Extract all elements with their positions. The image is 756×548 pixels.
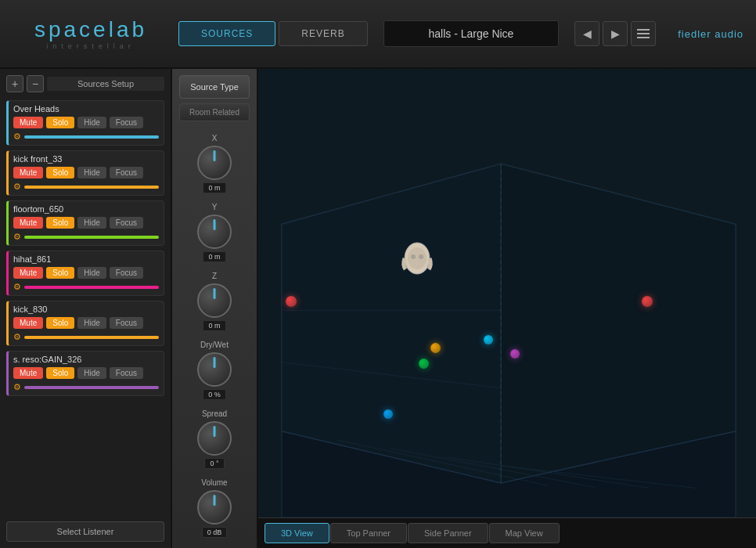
- dry-wet-knob[interactable]: [197, 352, 232, 387]
- volume-knob-section: Volume 0 dB: [172, 475, 257, 541]
- volume-label: Volume: [201, 478, 227, 487]
- source-dot-2[interactable]: [419, 359, 429, 369]
- source-dot-6[interactable]: [642, 296, 653, 307]
- source-fader[interactable]: [24, 386, 159, 389]
- listener-avatar: [398, 241, 437, 288]
- spread-knob[interactable]: [197, 421, 232, 456]
- brand-label: fiedler audio: [678, 28, 743, 40]
- right-panel: 3D View Top Panner Side Panner Map View: [258, 69, 756, 548]
- mute-button[interactable]: Mute: [13, 217, 43, 229]
- source-fader[interactable]: [24, 135, 159, 139]
- x-label: X: [212, 134, 218, 142]
- focus-button[interactable]: Focus: [110, 167, 143, 178]
- source-name: floortom_650: [13, 204, 159, 214]
- source-bottom: ⚙: [13, 232, 159, 242]
- volume-value: 0 dB: [202, 527, 228, 538]
- svg-point-14: [408, 247, 427, 269]
- mute-button[interactable]: Mute: [13, 317, 43, 329]
- prev-preset-button[interactable]: ◀: [574, 21, 599, 46]
- hide-button[interactable]: Hide: [77, 217, 106, 229]
- solo-button[interactable]: Solo: [46, 267, 74, 279]
- spread-label: Spread: [202, 409, 227, 418]
- top-panner-button[interactable]: Top Panner: [330, 523, 407, 543]
- source-dot-5[interactable]: [510, 349, 520, 359]
- mute-button[interactable]: Mute: [13, 367, 43, 379]
- gear-icon[interactable]: ⚙: [13, 132, 21, 142]
- source-dot-4[interactable]: [484, 335, 493, 344]
- source-bottom: ⚙: [13, 282, 159, 292]
- menu-button[interactable]: [631, 21, 656, 46]
- select-listener-button[interactable]: Select Listener: [6, 521, 164, 542]
- focus-button[interactable]: Focus: [110, 367, 143, 379]
- svg-point-15: [411, 254, 416, 259]
- z-value: 0 m: [203, 320, 225, 331]
- middle-panel: Source Type Room Related X 0 m Y 0 m Z 0…: [172, 69, 258, 548]
- focus-button[interactable]: Focus: [110, 267, 143, 279]
- source-dot-0[interactable]: [286, 296, 297, 307]
- source-bottom: ⚙: [13, 132, 159, 142]
- tab-sources[interactable]: SOURCES: [178, 21, 275, 46]
- source-fader[interactable]: [24, 286, 159, 289]
- solo-button[interactable]: Solo: [46, 117, 74, 128]
- source-controls: Mute Solo Hide Focus: [13, 117, 159, 128]
- source-controls: Mute Solo Hide Focus: [13, 317, 159, 329]
- dry-wet-label: Dry/Wet: [200, 341, 229, 349]
- source-dot-3[interactable]: [383, 409, 393, 419]
- remove-source-button[interactable]: −: [27, 75, 44, 92]
- x-knob[interactable]: [197, 146, 232, 180]
- add-source-button[interactable]: +: [6, 75, 23, 92]
- spread-knob-section: Spread 0 °: [172, 406, 257, 472]
- source-item: kick_830 Mute Solo Hide Focus ⚙: [6, 301, 164, 346]
- gear-icon[interactable]: ⚙: [13, 182, 21, 192]
- next-preset-button[interactable]: ▶: [603, 21, 628, 46]
- source-fader[interactable]: [24, 236, 159, 239]
- y-value: 0 m: [203, 251, 225, 262]
- z-knob[interactable]: [197, 283, 232, 318]
- room-svg: [258, 69, 756, 517]
- source-fader[interactable]: [24, 186, 159, 189]
- left-panel: + − Sources Setup Over Heads Mute Solo H…: [0, 69, 172, 548]
- hide-button[interactable]: Hide: [77, 317, 106, 329]
- volume-knob[interactable]: [197, 490, 232, 525]
- tab-reverb[interactable]: REVERB: [279, 21, 367, 46]
- gear-icon[interactable]: ⚙: [13, 282, 21, 292]
- y-knob[interactable]: [197, 215, 232, 249]
- source-dot-1[interactable]: [430, 343, 441, 353]
- hide-button[interactable]: Hide: [77, 367, 106, 379]
- view-controls: 3D View Top Panner Side Panner Map View: [258, 517, 756, 548]
- source-fader[interactable]: [24, 336, 159, 339]
- source-type-button[interactable]: Source Type: [179, 75, 250, 99]
- side-panner-button[interactable]: Side Panner: [408, 523, 488, 543]
- main-layout: + − Sources Setup Over Heads Mute Solo H…: [0, 69, 756, 548]
- mute-button[interactable]: Mute: [13, 167, 43, 178]
- hide-button[interactable]: Hide: [77, 117, 106, 128]
- focus-button[interactable]: Focus: [110, 117, 143, 128]
- preset-nav: ◀ ▶: [574, 21, 656, 46]
- solo-button[interactable]: Solo: [46, 167, 74, 178]
- gear-icon[interactable]: ⚙: [13, 232, 21, 242]
- nav-tabs: SOURCES REVERB: [178, 21, 368, 46]
- source-item: Over Heads Mute Solo Hide Focus ⚙: [6, 100, 164, 146]
- 3d-view-area[interactable]: [258, 69, 756, 517]
- source-bottom: ⚙: [13, 182, 159, 192]
- solo-button[interactable]: Solo: [46, 367, 74, 379]
- x-knob-section: X 0 m: [172, 131, 257, 196]
- focus-button[interactable]: Focus: [110, 217, 143, 229]
- source-item: kick front_33 Mute Solo Hide Focus ⚙: [6, 150, 164, 196]
- solo-button[interactable]: Solo: [46, 317, 74, 329]
- source-name: hihat_861: [13, 254, 159, 264]
- solo-button[interactable]: Solo: [46, 217, 74, 229]
- gear-icon[interactable]: ⚙: [13, 382, 21, 392]
- source-bottom: ⚙: [13, 382, 159, 392]
- focus-button[interactable]: Focus: [110, 317, 143, 329]
- mute-button[interactable]: Mute: [13, 267, 43, 279]
- mute-button[interactable]: Mute: [13, 117, 43, 128]
- hide-button[interactable]: Hide: [77, 167, 106, 178]
- 3d-view-button[interactable]: 3D View: [265, 523, 329, 543]
- gear-icon[interactable]: ⚙: [13, 332, 21, 342]
- map-view-button[interactable]: Map View: [489, 523, 560, 543]
- hide-button[interactable]: Hide: [77, 267, 106, 279]
- room-related-button[interactable]: Room Related: [179, 103, 250, 121]
- preset-display: halls - Large Nice: [383, 20, 559, 47]
- source-item: floortom_650 Mute Solo Hide Focus ⚙: [6, 200, 164, 246]
